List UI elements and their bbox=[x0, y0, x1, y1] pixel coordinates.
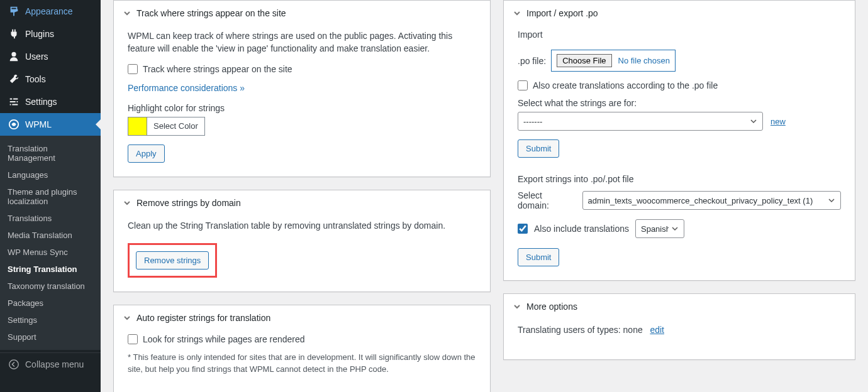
wpml-icon bbox=[8, 118, 20, 131]
sidebar-item-wpml[interactable]: WPML bbox=[0, 113, 101, 136]
admin-sidebar: Appearance Plugins Users Tools Settings … bbox=[0, 0, 101, 392]
remove-strings-button[interactable]: Remove strings bbox=[136, 251, 209, 270]
new-link[interactable]: new bbox=[771, 117, 786, 126]
select-what-label: Select what the strings are for: bbox=[518, 98, 841, 108]
checkbox-text: Look for strings while pages are rendere… bbox=[143, 334, 305, 344]
auto-checkbox[interactable] bbox=[128, 334, 138, 344]
apply-button[interactable]: Apply bbox=[128, 144, 165, 163]
sidebar-sub-settings[interactable]: Settings bbox=[0, 312, 101, 329]
chevron-down-icon bbox=[513, 302, 521, 311]
postbox-header[interactable]: Track where strings appear on the site bbox=[114, 1, 490, 26]
sidebar-item-settings[interactable]: Settings bbox=[0, 90, 101, 113]
checkbox-text: Track where strings appear on the site bbox=[143, 64, 292, 74]
users-icon bbox=[8, 50, 20, 63]
paint-icon bbox=[8, 5, 20, 18]
collapse-icon bbox=[8, 358, 20, 371]
auto-register-box: Auto register strings for translation Lo… bbox=[113, 305, 491, 392]
also-create-label[interactable]: Also create translations according to th… bbox=[518, 80, 841, 90]
track-checkbox-label[interactable]: Track where strings appear on the site bbox=[128, 64, 476, 74]
sidebar-sub-support[interactable]: Support bbox=[0, 329, 101, 346]
postbox-title: Import / export .po bbox=[526, 8, 598, 18]
also-include-checkbox[interactable] bbox=[518, 224, 528, 234]
sidebar-item-label: Tools bbox=[25, 74, 46, 84]
auto-note: * This feature is only intended for site… bbox=[128, 352, 476, 376]
sidebar-item-label: WPML bbox=[25, 119, 52, 129]
sliders-icon bbox=[8, 95, 20, 108]
collapse-label: Collapse menu bbox=[25, 359, 84, 369]
strings-for-select[interactable]: ------- bbox=[518, 112, 763, 131]
choose-file-button[interactable]: Choose File bbox=[557, 54, 611, 67]
remove-strings-box: Remove strings by domain Clean up the St… bbox=[113, 190, 491, 292]
plug-icon bbox=[8, 28, 20, 40]
remove-highlight-box: Remove strings bbox=[128, 243, 217, 278]
also-include-text: Also include translations bbox=[534, 224, 629, 234]
sidebar-item-label: Settings bbox=[25, 97, 57, 107]
sidebar-sub-string-translation[interactable]: String Translation bbox=[0, 261, 101, 278]
chevron-down-icon bbox=[123, 9, 131, 18]
postbox-title: More options bbox=[526, 302, 577, 312]
chevron-down-icon bbox=[123, 313, 131, 322]
export-submit-button[interactable]: Submit bbox=[518, 248, 559, 266]
postbox-title: Track where strings appear on the site bbox=[136, 8, 286, 18]
highlight-label: Highlight color for strings bbox=[128, 103, 476, 113]
postbox-header[interactable]: Import / export .po bbox=[504, 1, 855, 26]
edit-link[interactable]: edit bbox=[650, 325, 664, 335]
performance-link[interactable]: Performance considerations » bbox=[128, 83, 245, 93]
sidebar-item-tools[interactable]: Tools bbox=[0, 68, 101, 90]
sidebar-sub-translation-management[interactable]: Translation Management bbox=[0, 140, 101, 166]
trans-users-text: Translating users of types: none bbox=[518, 325, 643, 335]
postbox-header[interactable]: Remove strings by domain bbox=[114, 190, 490, 215]
color-swatch bbox=[128, 117, 147, 135]
sidebar-item-appearance[interactable]: Appearance bbox=[0, 0, 101, 23]
import-submit-button[interactable]: Submit bbox=[518, 139, 559, 158]
select-color-label: Select Color bbox=[147, 119, 204, 133]
sidebar-sub-translations[interactable]: Translations bbox=[0, 210, 101, 227]
domain-select[interactable]: admin_texts_woocommerce_checkout_privacy… bbox=[582, 191, 841, 210]
no-file-text: No file chosen bbox=[618, 56, 670, 65]
export-label: Export strings into .po/.pot file bbox=[518, 174, 841, 184]
postbox-header[interactable]: More options bbox=[504, 294, 855, 319]
track-description: WPML can keep track of where strings are… bbox=[128, 30, 476, 55]
select-domain-label: Select domain: bbox=[518, 190, 575, 210]
sidebar-item-label: Appearance bbox=[25, 6, 73, 16]
import-export-box: Import / export .po Import .po file: Cho… bbox=[503, 0, 855, 281]
postbox-title: Remove strings by domain bbox=[136, 198, 241, 208]
sidebar-sub-taxonomy-translation[interactable]: Taxonomy translation bbox=[0, 278, 101, 295]
sidebar-item-label: Users bbox=[25, 52, 48, 62]
track-strings-box: Track where strings appear on the site W… bbox=[113, 0, 491, 177]
po-file-label: .po file: bbox=[518, 56, 546, 66]
wrench-icon bbox=[8, 73, 20, 85]
sidebar-sub-languages[interactable]: Languages bbox=[0, 166, 101, 183]
auto-checkbox-label[interactable]: Look for strings while pages are rendere… bbox=[128, 334, 476, 344]
sidebar-item-users[interactable]: Users bbox=[0, 45, 101, 68]
import-label: Import bbox=[518, 30, 841, 40]
collapse-menu[interactable]: Collapse menu bbox=[0, 352, 101, 376]
color-picker[interactable]: Select Color bbox=[128, 117, 205, 136]
also-create-checkbox[interactable] bbox=[518, 80, 528, 90]
sidebar-sub-theme-plugins-localization[interactable]: Theme and plugins localization bbox=[0, 183, 101, 210]
main-content: Track where strings appear on the site W… bbox=[101, 0, 868, 392]
sidebar-sub-media-translation[interactable]: Media Translation bbox=[0, 227, 101, 244]
sidebar-submenu: Translation Management Languages Theme a… bbox=[0, 136, 101, 350]
postbox-title: Auto register strings for translation bbox=[136, 313, 270, 323]
sidebar-sub-wp-menus-sync[interactable]: WP Menus Sync bbox=[0, 244, 101, 261]
chevron-down-icon bbox=[513, 9, 521, 18]
sidebar-sub-packages[interactable]: Packages bbox=[0, 295, 101, 312]
more-options-box: More options Translating users of types:… bbox=[503, 293, 855, 360]
track-checkbox[interactable] bbox=[128, 64, 138, 74]
svg-point-1 bbox=[9, 360, 18, 369]
postbox-header[interactable]: Auto register strings for translation bbox=[114, 305, 490, 330]
remove-description: Clean up the String Translation table by… bbox=[128, 219, 476, 232]
language-select[interactable]: Spanish bbox=[635, 219, 684, 238]
chevron-down-icon bbox=[123, 199, 131, 207]
checkbox-text: Also create translations according to th… bbox=[533, 80, 718, 90]
file-input-wrap: Choose File No file chosen bbox=[551, 50, 676, 72]
sidebar-item-label: Plugins bbox=[25, 29, 54, 39]
sidebar-item-plugins[interactable]: Plugins bbox=[0, 23, 101, 45]
